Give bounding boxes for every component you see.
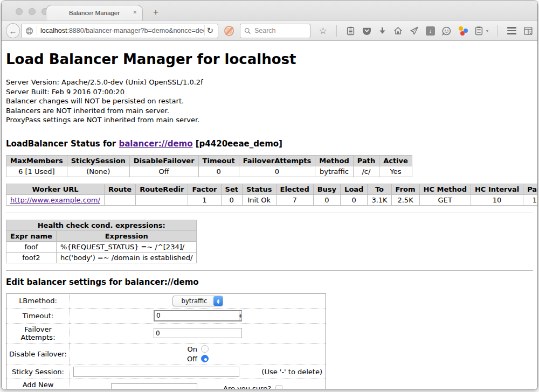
tab-balancer-manager[interactable]: Balancer Manager × xyxy=(46,5,143,20)
window-controls[interactable] xyxy=(16,8,49,15)
content-blocker-icon[interactable] xyxy=(224,26,234,36)
confirm-checkbox[interactable] xyxy=(275,385,282,389)
site-identity-globe-icon[interactable] xyxy=(25,27,33,35)
cell-hc-interval: 10 xyxy=(471,194,523,205)
confirm-label: Are you sure? xyxy=(223,384,271,389)
cell-expression: %{REQUEST_STATUS} =~ /^[234]/ xyxy=(56,241,197,252)
home-icon[interactable] xyxy=(393,26,403,35)
disable-failover-off-radio[interactable] xyxy=(201,355,209,362)
col-hc-method: HC Method xyxy=(419,184,471,194)
select-stepper-icon: ▲▼ xyxy=(213,296,223,306)
timeout-input-wrap: ▲▼ xyxy=(154,310,242,321)
health-check-table: Health check cond. expressions: Expr nam… xyxy=(6,220,197,263)
add-worker-input[interactable] xyxy=(111,383,197,389)
cell-stickysession: (None) xyxy=(67,166,129,177)
form-row-failover-attempts: Failover Attempts: xyxy=(6,323,326,343)
table-header-row: MaxMembers StickySession DisableFailover… xyxy=(6,155,412,166)
radio-on-label: On xyxy=(188,345,197,353)
cell-expr-name: foof2 xyxy=(6,252,57,263)
send-tab-icon[interactable] xyxy=(410,26,419,35)
proxypass-notice-line: ProxyPass settings are NOT inherited fro… xyxy=(6,115,533,125)
sticky-session-input[interactable] xyxy=(73,367,239,377)
cell-elected: 7 xyxy=(276,194,313,205)
downloads-icon[interactable] xyxy=(378,26,386,35)
extension-colored-dots-icon[interactable] xyxy=(458,26,468,36)
col-busy: Busy xyxy=(313,184,340,194)
col-elected: Elected xyxy=(276,184,313,194)
col-expr-name: Expr name xyxy=(6,230,57,241)
form-row-sticky-session: Sticky Session: (Use '-' to delete) xyxy=(6,365,326,379)
worker-row: http://www.example.com/ 1 0 Init Ok 7 0 … xyxy=(6,194,538,205)
tab-groups-icon[interactable] xyxy=(523,26,533,36)
col-timeout: Timeout xyxy=(198,155,239,166)
col-load: Load xyxy=(341,184,368,194)
toolbar-divider xyxy=(497,25,498,37)
url-bar-divider xyxy=(37,26,37,36)
status-heading: LoadBalancer Status for balancer://demo … xyxy=(6,139,533,149)
col-expression: Expression xyxy=(56,230,197,241)
disable-failover-label: Disable Failover: xyxy=(6,343,70,365)
col-routeredir: RouteRedir xyxy=(136,184,188,194)
col-status: Status xyxy=(242,184,276,194)
cell-hc-method: GET xyxy=(419,194,471,205)
close-window-button[interactable] xyxy=(16,8,23,15)
reading-list-icon[interactable] xyxy=(346,26,355,36)
feedback-smiley-icon[interactable] xyxy=(442,26,451,36)
search-bar[interactable]: Search xyxy=(240,24,310,38)
cell-routeredir xyxy=(136,194,188,205)
inherit-notice-line: Balancers are NOT inherited from main se… xyxy=(6,106,533,116)
col-method: Method xyxy=(315,155,353,166)
persist-notice-line: Balancer changes will NOT be persisted o… xyxy=(6,96,533,106)
navigation-bar: ← localhost:8880/balancer-manager?b=demo… xyxy=(2,20,537,41)
divider xyxy=(6,270,533,271)
url-bar[interactable]: localhost:8880/balancer-manager?b=demo&n… xyxy=(21,24,218,38)
status-heading-prefix: LoadBalancer Status for xyxy=(6,139,119,149)
url-text[interactable]: localhost:8880/balancer-manager?b=demo&n… xyxy=(40,27,204,34)
server-info: Server Version: Apache/2.5.0-dev (Unix) … xyxy=(6,78,533,125)
minimize-window-button[interactable] xyxy=(29,8,36,15)
radio-off-label: Off xyxy=(187,355,197,363)
disable-failover-on-radio[interactable] xyxy=(201,345,209,353)
table-row: foof %{REQUEST_STATUS} =~ /^[234]/ xyxy=(6,241,197,252)
edit-balancer-form: LBmethod: bytraffic ▲▼ Timeout: ▲▼ xyxy=(6,293,326,389)
reload-icon[interactable]: ↻ xyxy=(204,25,215,36)
lbmethod-selected-value: bytraffic xyxy=(182,297,208,305)
tab-close-icon[interactable]: × xyxy=(133,8,137,16)
number-stepper-icon[interactable]: ▲▼ xyxy=(239,311,241,320)
divider xyxy=(6,213,533,213)
col-disablefailover: DisableFailover xyxy=(129,155,198,166)
back-button[interactable]: ← xyxy=(6,23,20,38)
add-worker-label: Add New Worker: xyxy=(6,379,70,389)
cell-expression: hc('body') =~ /domain is established/ xyxy=(56,252,197,263)
col-passes: Passes xyxy=(523,184,537,194)
form-row-add-worker: Add New Worker: Are you sure? xyxy=(6,379,326,389)
bookmark-star-icon[interactable]: ☆ xyxy=(319,26,327,36)
cell-set: 0 xyxy=(221,194,242,205)
col-active: Active xyxy=(379,155,412,166)
chevron-down-icon[interactable]: ▾ xyxy=(486,29,488,33)
worker-url-link[interactable]: http://www.example.com/ xyxy=(10,196,100,204)
lbmethod-select[interactable]: bytraffic ▲▼ xyxy=(172,296,224,306)
sticky-session-label: Sticky Session: xyxy=(6,365,70,379)
col-hc-interval: HC Interval xyxy=(471,184,523,194)
col-worker-url: Worker URL xyxy=(6,184,105,194)
cell-load: 0 xyxy=(341,194,368,205)
menu-hamburger-icon[interactable] xyxy=(507,27,516,34)
edit-settings-heading: Edit balancer settings for balancer://de… xyxy=(6,277,533,287)
balancer-demo-link[interactable]: balancer://demo xyxy=(119,139,192,149)
health-table-title-row: Health check cond. expressions: xyxy=(6,220,197,230)
timeout-label: Timeout: xyxy=(6,308,70,323)
worker-status-table: Worker URL Route RouteRedir Factor Set S… xyxy=(6,184,537,206)
failover-attempts-input[interactable] xyxy=(154,328,242,338)
save-to-device-icon[interactable]: ↓ xyxy=(426,26,435,36)
browser-window: Balancer Manager × + ← localhost:8880/ba… xyxy=(1,1,538,389)
clipboard-tool-icon[interactable] xyxy=(475,26,483,36)
new-tab-button[interactable]: + xyxy=(150,7,161,18)
form-row-timeout: Timeout: ▲▼ xyxy=(6,308,326,323)
table-header-row: Expr name Expression xyxy=(6,230,197,241)
toolbar-icons: ☆ ↓ ▾ xyxy=(319,25,533,37)
pocket-icon[interactable] xyxy=(362,26,371,36)
cell-factor: 1 xyxy=(188,194,221,205)
col-route: Route xyxy=(104,184,135,194)
timeout-input[interactable] xyxy=(155,311,239,320)
